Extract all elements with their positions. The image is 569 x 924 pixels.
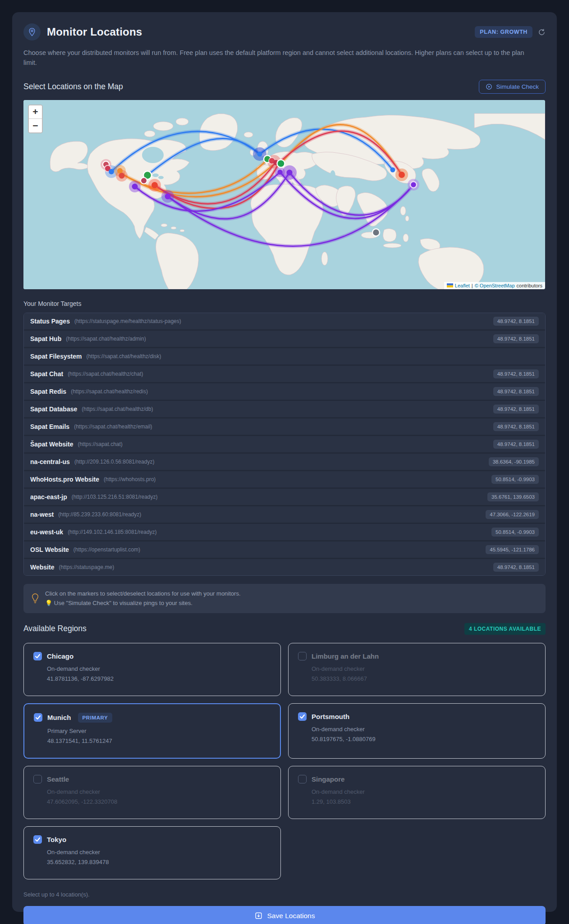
region-coords: 1.29, 103.8503 bbox=[312, 798, 536, 805]
target-coords-badge: 48.9742, 8.1851 bbox=[493, 405, 539, 414]
region-checkbox[interactable] bbox=[33, 775, 42, 783]
region-card-portsmouth[interactable]: PortsmouthOn-demand checker50.8197675, -… bbox=[288, 703, 546, 759]
tip-box: Click on the markers to select/deselect … bbox=[23, 584, 546, 613]
region-name: Seattle bbox=[47, 775, 69, 783]
region-checker-type: On-demand checker bbox=[47, 665, 271, 672]
map-attribution: Leaflet | © OpenStreetMap contributors bbox=[444, 282, 545, 289]
target-row[interactable]: Sapat Emails(https://sapat.chat/healthz/… bbox=[24, 419, 545, 435]
target-name: Sapat Hub bbox=[30, 335, 61, 342]
location-pin-icon bbox=[23, 23, 41, 41]
target-row[interactable]: Sapat Hub(https://sapat.chat/healthz/adm… bbox=[24, 331, 545, 347]
map-marker bbox=[141, 178, 147, 184]
zoom-in-button[interactable]: + bbox=[29, 105, 42, 119]
target-coords-badge: 48.9742, 8.1851 bbox=[493, 317, 539, 326]
tip-line-2: 💡 Use "Simulate Check" to visualize ping… bbox=[45, 598, 241, 608]
region-checkbox[interactable] bbox=[298, 712, 307, 721]
target-coords-badge: 48.9742, 8.1851 bbox=[493, 369, 539, 378]
page-title: Monitor Locations bbox=[47, 26, 142, 38]
region-name: Limburg an der Lahn bbox=[312, 652, 379, 660]
target-url: (https://openstartuplist.com) bbox=[73, 546, 486, 553]
region-checkbox[interactable] bbox=[298, 775, 307, 783]
target-coords-badge: 48.9742, 8.1851 bbox=[493, 563, 539, 572]
target-row[interactable]: eu-west-uk(http://149.102.146.185:8081/r… bbox=[24, 524, 545, 540]
target-name: na-west bbox=[30, 511, 54, 518]
save-locations-button[interactable]: Save Locations bbox=[23, 906, 546, 924]
simulate-check-button[interactable]: Simulate Check bbox=[479, 80, 546, 94]
map-marker bbox=[117, 168, 123, 173]
map-marker bbox=[390, 167, 395, 172]
target-row[interactable]: Website(https://statuspage.me)48.9742, 8… bbox=[24, 559, 545, 575]
region-checkbox[interactable] bbox=[34, 713, 42, 722]
target-url: (https://sapat.chat/healthz/disk) bbox=[86, 353, 539, 360]
target-name: Status Pages bbox=[30, 318, 70, 325]
lightbulb-icon bbox=[31, 592, 40, 604]
target-row[interactable]: WhoHosts.pro Website(https://whohosts.pr… bbox=[24, 471, 545, 487]
map-section-title: Select Locations on the Map bbox=[23, 82, 479, 91]
tip-line-1: Click on the markers to select/deselect … bbox=[45, 589, 241, 598]
target-name: OSL Website bbox=[30, 546, 69, 553]
target-row[interactable]: OSL Website(https://openstartuplist.com)… bbox=[24, 542, 545, 558]
target-row[interactable]: Sapat Filesystem(https://sapat.chat/heal… bbox=[24, 348, 545, 364]
region-name: Portsmouth bbox=[312, 713, 349, 720]
region-card-chicago[interactable]: ChicagoOn-demand checker41.8781136, -87.… bbox=[23, 643, 281, 696]
map-marker bbox=[287, 169, 293, 175]
target-url: (https://sapat.chat/healthz/email) bbox=[74, 423, 493, 430]
target-row[interactable]: Sapat Redis(https://sapat.chat/healthz/r… bbox=[24, 383, 545, 400]
page-description: Choose where your distributed monitors w… bbox=[23, 48, 537, 68]
map-marker bbox=[372, 229, 380, 236]
region-coords: 48.1371541, 11.5761247 bbox=[47, 737, 271, 744]
target-name: Sapat Filesystem bbox=[30, 353, 82, 360]
region-card-limburg-an-der-lahn[interactable]: Limburg an der LahnOn-demand checker50.3… bbox=[288, 643, 546, 696]
region-name: Singapore bbox=[312, 775, 344, 783]
region-card-seattle[interactable]: SeattleOn-demand checker47.6062095, -122… bbox=[23, 766, 281, 819]
region-card-tokyo[interactable]: TokyoOn-demand checker35.652832, 139.839… bbox=[23, 826, 281, 879]
region-name: Chicago bbox=[47, 652, 73, 660]
target-url: (http://85.239.233.60:8081/readyz) bbox=[58, 511, 486, 518]
refresh-icon[interactable] bbox=[538, 28, 546, 36]
regions-grid: ChicagoOn-demand checker41.8781136, -87.… bbox=[23, 643, 546, 879]
world-map[interactable]: + − Leaflet | © OpenStreetMap contributo… bbox=[23, 100, 545, 289]
target-name: eu-west-uk bbox=[30, 528, 63, 536]
save-icon bbox=[254, 911, 263, 920]
target-row[interactable]: na-west(http://85.239.233.60:8081/readyz… bbox=[24, 506, 545, 523]
target-url: (https://statuspage.me/healthz/status-pa… bbox=[74, 318, 493, 324]
target-row[interactable]: Sapat Database(https://sapat.chat/health… bbox=[24, 401, 545, 417]
region-coords: 41.8781136, -87.6297982 bbox=[47, 675, 271, 682]
region-checkbox[interactable] bbox=[298, 652, 307, 660]
map-marker bbox=[119, 173, 125, 178]
target-row[interactable]: Šapat Website(https://sapat.chat)48.9742… bbox=[24, 436, 545, 452]
target-url: (https://sapat.chat/healthz/admin) bbox=[66, 336, 493, 342]
target-row[interactable]: na-central-us(http://209.126.0.56:8081/r… bbox=[24, 454, 545, 470]
play-icon bbox=[486, 83, 492, 90]
region-card-singapore[interactable]: SingaporeOn-demand checker1.29, 103.8503 bbox=[288, 766, 546, 819]
regions-title: Available Regions bbox=[23, 624, 464, 633]
target-coords-badge: 48.9742, 8.1851 bbox=[493, 387, 539, 396]
target-url: (https://sapat.chat/healthz/db) bbox=[82, 406, 493, 412]
target-name: apac-east-jp bbox=[30, 493, 67, 501]
region-checkbox[interactable] bbox=[33, 652, 42, 660]
target-row[interactable]: Status Pages(https://statuspage.me/healt… bbox=[24, 313, 545, 329]
attribution-suffix: contributors bbox=[517, 283, 542, 288]
targets-list: Status Pages(https://statuspage.me/healt… bbox=[23, 313, 546, 576]
target-url: (https://sapat.chat/healthz/redis) bbox=[71, 388, 493, 395]
region-name: Munich bbox=[47, 714, 71, 721]
region-checker-type: On-demand checker bbox=[312, 788, 536, 795]
ukraine-flag-icon bbox=[447, 283, 453, 287]
map-marker bbox=[278, 169, 283, 174]
target-coords-badge: 48.9742, 8.1851 bbox=[493, 440, 539, 449]
target-url: (http://149.102.146.185:8081/readyz) bbox=[68, 529, 491, 535]
region-checkbox[interactable] bbox=[33, 835, 42, 844]
region-checker-type: On-demand checker bbox=[312, 665, 536, 672]
target-row[interactable]: Sapat Chat(https://sapat.chat/healthz/ch… bbox=[24, 366, 545, 382]
leaflet-link[interactable]: Leaflet bbox=[455, 283, 470, 288]
target-url: (https://whohosts.pro) bbox=[104, 476, 491, 482]
map-marker bbox=[410, 182, 417, 188]
region-card-munich[interactable]: MunichPRIMARYPrimary Server48.1371541, 1… bbox=[23, 703, 281, 759]
target-coords-badge: 47.3066, -122.2619 bbox=[486, 510, 539, 519]
map-zoom-control: + − bbox=[28, 105, 43, 133]
attribution-separator: | bbox=[472, 283, 473, 288]
map-marker bbox=[257, 151, 262, 156]
osm-link[interactable]: © OpenStreetMap bbox=[475, 283, 515, 288]
target-row[interactable]: apac-east-jp(http://103.125.216.51:8081/… bbox=[24, 489, 545, 505]
zoom-out-button[interactable]: − bbox=[29, 119, 42, 132]
